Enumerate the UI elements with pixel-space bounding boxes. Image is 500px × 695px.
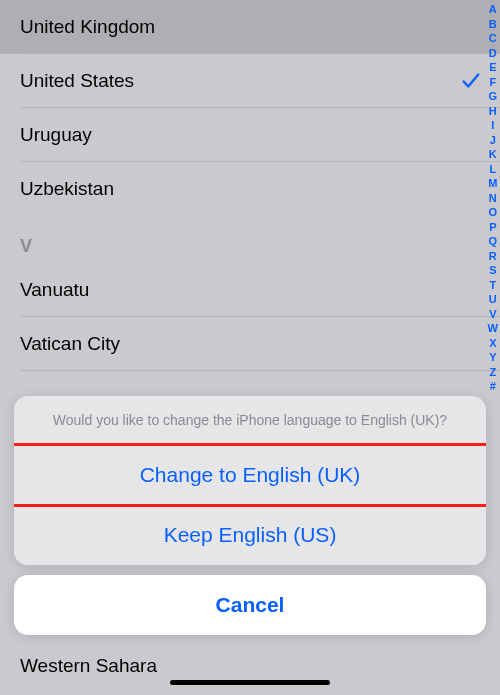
country-list: United Kingdom United States Uruguay Uzb…: [0, 0, 500, 371]
change-language-button[interactable]: Change to English (UK): [14, 445, 486, 505]
cancel-button[interactable]: Cancel: [14, 575, 486, 635]
country-label: Uzbekistan: [20, 178, 114, 200]
list-item[interactable]: Vanuatu: [0, 263, 500, 317]
checkmark-icon: [460, 70, 482, 92]
country-list-screen: United Kingdom United States Uruguay Uzb…: [0, 0, 500, 695]
section-header-v: V: [0, 216, 500, 263]
keep-language-button[interactable]: Keep English (US): [14, 505, 486, 565]
country-label: Vatican City: [20, 333, 120, 355]
list-item[interactable]: Western Sahara: [0, 639, 500, 695]
sheet-title: Would you like to change the iPhone lang…: [14, 396, 486, 445]
country-label: United Kingdom: [20, 16, 155, 38]
country-label: Western Sahara: [20, 655, 157, 676]
list-item[interactable]: United Kingdom: [0, 0, 500, 54]
alphabet-index[interactable]: A B C D E F G H I J K L M N O P Q R S T …: [488, 2, 498, 394]
list-item[interactable]: Uzbekistan: [0, 162, 500, 216]
country-label: Uruguay: [20, 124, 92, 146]
list-item[interactable]: United States: [0, 54, 500, 108]
country-label: United States: [20, 70, 134, 92]
country-label: Vanuatu: [20, 279, 89, 301]
action-sheet: Would you like to change the iPhone lang…: [14, 396, 486, 635]
list-item[interactable]: Vatican City: [0, 317, 500, 371]
home-indicator[interactable]: [170, 680, 330, 685]
list-item[interactable]: Uruguay: [0, 108, 500, 162]
